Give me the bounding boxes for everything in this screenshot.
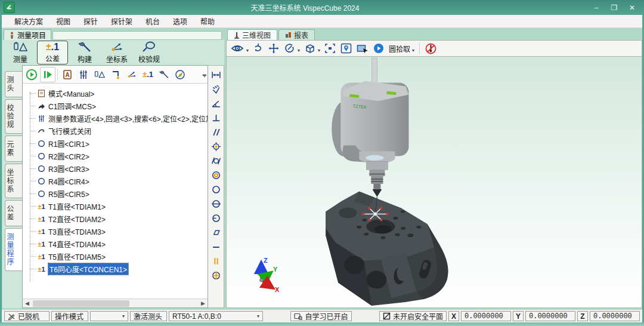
- gauge-category-button[interactable]: 校验规: [134, 41, 165, 64]
- tree-item-circle[interactable]: R1圆<CIR1>: [26, 137, 208, 150]
- parallelism-icon[interactable]: [209, 125, 223, 139]
- menu-probe-rack[interactable]: 探针架: [104, 16, 139, 26]
- view-cube-button[interactable]: [302, 41, 317, 56]
- tab-measurement-project[interactable]: 测量项目: [4, 29, 51, 40]
- z-axis-label: Z: [577, 311, 588, 321]
- flatness-icon[interactable]: [209, 226, 223, 239]
- x-coordinate-value: 0.0000000: [461, 311, 511, 321]
- step-run-button[interactable]: [40, 67, 55, 82]
- close-button[interactable]: ✕: [627, 4, 637, 12]
- circle-pick-label[interactable]: 圆拾取: [389, 44, 410, 54]
- scroll-right-arrow[interactable]: ▶: [199, 300, 208, 306]
- minimize-button[interactable]: –: [592, 4, 601, 12]
- perpendicularity-icon[interactable]: [209, 111, 223, 125]
- tree-item-circle[interactable]: R4圆<CIR4>: [26, 175, 208, 187]
- coordinate-button[interactable]: [124, 67, 140, 82]
- play-view-button[interactable]: [371, 41, 386, 56]
- tree-item-params[interactable]: 测量参数逼近<4>,回退<3>,搜索<6>,定位<2>,定位加<2>,测: [26, 112, 208, 125]
- auto-label-button[interactable]: A: [60, 67, 75, 82]
- chevron-down-icon[interactable]: ▾: [318, 48, 320, 53]
- menu-help[interactable]: 帮助: [194, 16, 221, 26]
- tab-coordinate-system[interactable]: 坐标系: [5, 164, 22, 198]
- tab-tolerance[interactable]: 公差: [5, 200, 22, 226]
- coordinate-system-category-button[interactable]: 坐标系: [101, 41, 132, 64]
- magnifier-icon: [142, 41, 156, 53]
- locate-button[interactable]: [339, 41, 354, 56]
- tab-elements[interactable]: 元素: [5, 136, 22, 162]
- select-window-button[interactable]: [355, 41, 370, 56]
- circle-radius-icon[interactable]: [209, 211, 223, 225]
- alignment-button[interactable]: [172, 67, 188, 82]
- orbit-button[interactable]: [251, 41, 265, 56]
- pan-button[interactable]: [267, 41, 281, 56]
- tolerance-icon: ±1: [36, 216, 47, 223]
- symmetry-icon[interactable]: [209, 254, 223, 268]
- op-mode-dropdown[interactable]: ▾: [90, 311, 128, 321]
- fit-view-button[interactable]: [323, 41, 338, 56]
- tree-item-mode[interactable]: 模式<Manual>: [26, 87, 208, 100]
- measure-category-button[interactable]: 测量: [5, 41, 36, 64]
- tree-item-tolerance[interactable]: ±1 T5直径<TDIAM5>: [26, 250, 208, 263]
- menu-probe[interactable]: 探针: [77, 16, 104, 26]
- menu-options[interactable]: 选项: [166, 16, 194, 26]
- tree-item-tolerance[interactable]: ±1 T1直径<TDIAM1>: [26, 200, 208, 213]
- chevron-down-icon[interactable]: ▾: [246, 48, 249, 53]
- visibility-button[interactable]: [229, 41, 246, 56]
- menu-view[interactable]: 视图: [49, 16, 77, 26]
- angle-icon[interactable]: [209, 97, 223, 110]
- self-learn-status[interactable]: 自学习已开启: [290, 311, 351, 321]
- position-cross-icon[interactable]: [209, 269, 223, 282]
- 3d-viewport[interactable]: TZTEK: [226, 57, 642, 308]
- scrollbar-thumb[interactable]: [33, 300, 129, 307]
- tolerance-button[interactable]: ±.1: [140, 67, 156, 82]
- tree-item-fly-mode[interactable]: 飞行模式关闭: [26, 125, 208, 137]
- corner-feature-button[interactable]: [108, 67, 123, 82]
- active-probe-label: 激活测头: [130, 311, 167, 321]
- coordinate-arrows-icon: [110, 41, 124, 53]
- measure-params-button[interactable]: [76, 67, 91, 82]
- tree-item-recall[interactable]: C1回调<MCS>: [26, 100, 208, 112]
- tab-probe[interactable]: 测头: [5, 71, 22, 97]
- safety-plane-status[interactable]: 未开启安全平面: [379, 311, 447, 321]
- tree-item-tolerance[interactable]: ±1 T3直径<TDIAM3>: [26, 225, 208, 238]
- tree-item-circle[interactable]: R2圆<CIR2>: [26, 150, 208, 162]
- tab-gauge[interactable]: 校验规: [5, 99, 22, 134]
- tree-item-tolerance-selected[interactable]: ±1 T6同心度<TCONCEN1>: [26, 263, 208, 275]
- angularity-icon[interactable]: [209, 82, 223, 96]
- self-learn-icon: [294, 313, 302, 320]
- 3d-view-tab-label: 三维视图: [242, 30, 271, 40]
- maximize-button[interactable]: ❐: [609, 4, 619, 12]
- tolerance-category-button[interactable]: ±.1 公差: [37, 41, 68, 64]
- tree-horizontal-scrollbar[interactable]: ◀ ▶: [23, 299, 208, 307]
- circularity-icon[interactable]: [209, 183, 223, 196]
- concentricity-icon[interactable]: [209, 168, 223, 182]
- tab-measure-program[interactable]: 测量程序: [5, 228, 22, 271]
- tab-report[interactable]: 报表: [278, 29, 315, 40]
- run-button[interactable]: [24, 67, 39, 82]
- tree-item-tolerance[interactable]: ±1 T4直径<TDIAM4>: [26, 238, 208, 250]
- toolbar-overflow-button[interactable]: ▂▾: [203, 72, 206, 78]
- chevron-down-icon[interactable]: ▾: [412, 48, 414, 53]
- construct-button[interactable]: [156, 67, 172, 82]
- step-run-icon: [42, 69, 53, 80]
- construct-category-button[interactable]: 构建: [69, 41, 100, 64]
- tree-item-circle[interactable]: R5圆<CIR5>: [26, 187, 208, 200]
- compass-icon: [175, 69, 185, 80]
- distance-icon[interactable]: [209, 68, 223, 82]
- measure-element-button[interactable]: [92, 67, 107, 82]
- cylindricity-icon[interactable]: [209, 154, 223, 168]
- probe-disable-button[interactable]: [423, 41, 438, 56]
- tab-3d-view[interactable]: 三维视图: [227, 29, 277, 40]
- position-icon[interactable]: [209, 140, 223, 153]
- scroll-left-arrow[interactable]: ◀: [23, 300, 32, 306]
- tree-item-tolerance[interactable]: ±1 T2直径<TDIAM2>: [26, 213, 208, 225]
- menu-solution[interactable]: 解决方案: [8, 16, 49, 26]
- rotate-view-button[interactable]: [282, 41, 297, 56]
- active-probe-dropdown[interactable]: RT50-1 A:0,B:0 ▾: [169, 311, 263, 321]
- view-toolbar: ▾ ▾ ▾ 圆拾取 ▾: [226, 40, 642, 57]
- straightness-icon[interactable]: [209, 240, 223, 254]
- menu-machine[interactable]: 机台: [139, 16, 166, 26]
- chevron-down-icon[interactable]: ▾: [298, 48, 300, 53]
- circle-line-icon[interactable]: [209, 197, 223, 211]
- tree-item-circle[interactable]: R3圆<CIR3>: [26, 162, 208, 175]
